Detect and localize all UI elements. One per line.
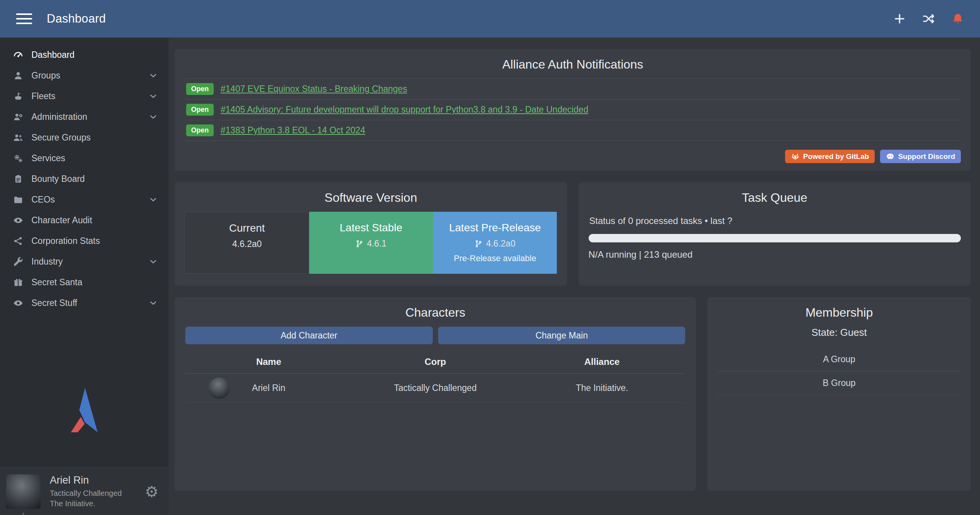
sidebar-item-secure-groups[interactable]: Secure Groups: [0, 127, 169, 148]
user-info: Ariel Rin Tactically Challenged The Init…: [50, 474, 122, 509]
sidebar-item-corporation-stats[interactable]: Corporation Stats: [0, 231, 169, 251]
list-item: B Group: [717, 371, 961, 395]
character-avatar: [208, 378, 230, 399]
column-header-corp: Corp: [352, 356, 519, 367]
sidebar-item-label: Industry: [31, 257, 63, 267]
version-number: 4.6.2a0: [486, 239, 515, 249]
task-queue-panel: Task Queue Status of 0 processed tasks •…: [579, 182, 971, 286]
chevron-down-icon: [149, 112, 158, 121]
sidebar-item-ceos[interactable]: CEOs: [0, 189, 169, 210]
powered-by-gitlab-badge[interactable]: Powered by GitLab: [785, 150, 875, 163]
status-badge: Open: [186, 124, 214, 136]
sidebar-item-groups[interactable]: Groups: [0, 65, 169, 86]
app-root: Dashboard: [0, 0, 980, 515]
sidebar-item-secret-stuff[interactable]: Secret Stuff: [0, 293, 169, 313]
sidebar-item-industry[interactable]: Industry: [0, 251, 169, 272]
notification-link[interactable]: #1383 Python 3.8 EOL - 14 Oct 2024: [221, 125, 365, 136]
version-label: Latest Stable: [340, 222, 402, 234]
notification-link[interactable]: #1405 Advisory: Future development will …: [221, 105, 588, 115]
sidebar-item-fleets[interactable]: Fleets: [0, 86, 169, 106]
sidebar-item-dashboard[interactable]: Dashboard: [0, 44, 169, 65]
list-item: A Group: [717, 348, 961, 371]
sidebar-item-label: Secret Santa: [31, 277, 82, 288]
gears-icon: [11, 153, 25, 163]
git-branch-icon: [474, 240, 483, 248]
task-queue-title: Task Queue: [589, 191, 961, 205]
version-number: 4.6.2a0: [232, 239, 262, 249]
version-latest-stable: Latest Stable 4.6.1: [309, 212, 433, 274]
gauge-icon: [11, 49, 25, 60]
discord-logo-icon: [886, 152, 895, 161]
notification-row: Open #1383 Python 3.8 EOL - 14 Oct 2024: [185, 120, 961, 141]
gitlab-fox-icon: [791, 152, 800, 161]
sidebar-item-services[interactable]: Services: [0, 148, 169, 168]
corp-logo-icon: [16, 510, 30, 515]
plus-icon[interactable]: [893, 13, 906, 25]
chevron-down-icon: [149, 257, 158, 266]
chevron-down-icon: [149, 195, 158, 204]
badge-label: Support Discord: [898, 152, 955, 161]
sidebar-nav: Dashboard Groups Fleets: [0, 38, 169, 313]
add-character-button[interactable]: Add Character: [185, 327, 433, 344]
sidebar-item-label: Secret Stuff: [31, 298, 77, 308]
eye-icon: [11, 215, 25, 226]
version-number: 4.6.1: [367, 239, 386, 249]
user-panel: Ariel Rin Tactically Challenged The Init…: [0, 468, 169, 515]
sidebar-item-label: Fleets: [31, 91, 56, 101]
sidebar-item-character-audit[interactable]: Character Audit: [0, 210, 169, 231]
sidebar-item-administration[interactable]: Administration: [0, 106, 169, 127]
chevron-down-icon: [149, 71, 158, 80]
sidebar-item-label: Secure Groups: [31, 132, 91, 143]
status-badge: Open: [186, 83, 214, 95]
software-version-panel: Software Version Current 4.6.2a0 Latest …: [175, 182, 567, 286]
badge-label: Powered by GitLab: [803, 152, 869, 161]
sidebar-item-label: Groups: [31, 70, 60, 81]
folder-icon: [11, 194, 25, 205]
wrench-icon: [11, 256, 25, 267]
task-queue-status: Status of 0 processed tasks • last ?: [589, 216, 960, 226]
user-icon: [11, 70, 25, 81]
ship-icon: [11, 91, 25, 101]
shuffle-icon[interactable]: [923, 13, 935, 25]
sidebar-item-label: Bounty Board: [31, 174, 85, 184]
character-alliance: The Initiative.: [519, 383, 685, 393]
sidebar: Dashboard Groups Fleets: [0, 38, 169, 515]
sidebar-item-bounty-board[interactable]: Bounty Board: [0, 168, 169, 189]
column-header-alliance: Alliance: [519, 356, 685, 367]
notification-row: Open #1407 EVE Equinox Status - Breaking…: [185, 78, 961, 99]
sidebar-item-label: Character Audit: [31, 215, 92, 226]
support-discord-badge[interactable]: Support Discord: [880, 150, 961, 163]
characters-panel: Characters Add Character Change Main Nam…: [175, 297, 696, 491]
git-branch-icon: [355, 240, 363, 248]
version-latest-prerelease: Latest Pre-Release 4.6.2a0 Pre-Release a…: [433, 212, 557, 274]
hamburger-menu-icon[interactable]: [16, 13, 32, 24]
eye-icon: [11, 298, 25, 308]
user-alliance: The Initiative.: [50, 499, 122, 509]
notifications-title: Alliance Auth Notifications: [185, 57, 961, 72]
main-content: Alliance Auth Notifications Open #1407 E…: [169, 38, 980, 515]
bell-icon[interactable]: [952, 13, 964, 25]
gear-icon[interactable]: ⚙: [145, 484, 159, 499]
sidebar-item-label: Administration: [31, 112, 87, 122]
chevron-down-icon: [149, 92, 158, 101]
notifications-panel: Alliance Auth Notifications Open #1407 E…: [175, 49, 971, 171]
membership-state: State: Guest: [717, 327, 961, 338]
task-queue-counts: N/A running | 213 queued: [589, 249, 961, 260]
navbar-actions: [893, 13, 964, 25]
software-version-title: Software Version: [185, 191, 557, 205]
users-icon: [11, 132, 25, 143]
sidebar-item-secret-santa[interactable]: Secret Santa: [0, 272, 169, 293]
version-label: Current: [229, 222, 265, 234]
change-main-button[interactable]: Change Main: [438, 327, 686, 344]
version-label: Latest Pre-Release: [449, 222, 541, 234]
users-gear-icon: [11, 111, 25, 122]
membership-panel: Membership State: Guest A Group B Group: [707, 297, 971, 491]
notification-link[interactable]: #1407 EVE Equinox Status - Breaking Chan…: [221, 84, 407, 94]
version-note: Pre-Release available: [454, 253, 536, 263]
sidebar-item-label: CEOs: [31, 195, 55, 205]
table-row: Ariel Rin Tactically Challenged The Init…: [185, 374, 685, 403]
character-buttons: Add Character Change Main: [185, 327, 685, 344]
share-nodes-icon: [11, 235, 25, 246]
user-name: Ariel Rin: [50, 474, 122, 486]
user-avatar: [6, 474, 41, 509]
